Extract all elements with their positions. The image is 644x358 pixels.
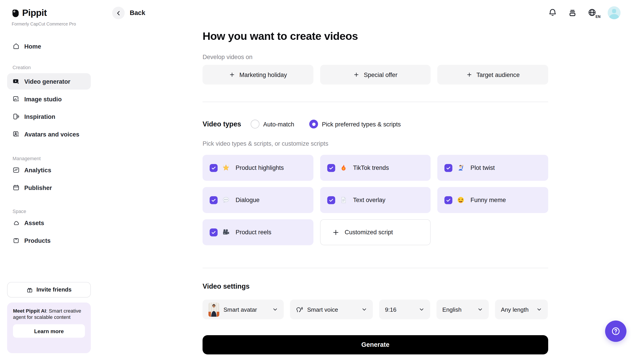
user-avatar[interactable]: [608, 6, 620, 19]
brand-tagline: Formerly CapCut Commerce Pro: [12, 21, 98, 26]
sidebar-item-home[interactable]: Home: [7, 38, 91, 54]
option-label: Special offer: [364, 72, 398, 78]
chevron-down-icon: [536, 307, 542, 312]
shopping-bag-icon: [12, 237, 20, 244]
brand-logo[interactable]: Pippit: [12, 8, 98, 18]
main-area: Back EN: [98, 0, 644, 358]
develop-videos-label: Develop videos on: [202, 54, 548, 60]
customized-script-label: Customized script: [344, 229, 393, 236]
gift-icon: [26, 286, 33, 293]
checkbox-checked[interactable]: [327, 164, 335, 172]
radio-pick-preferred[interactable]: Pick preferred types & scripts: [309, 120, 401, 128]
aspect-ratio-dropdown[interactable]: 9:16: [379, 300, 430, 319]
checkbox-checked[interactable]: [210, 196, 218, 204]
video-type-dialogue[interactable]: Dialogue: [202, 187, 313, 213]
radio-button[interactable]: [250, 120, 259, 128]
sidebar-item-label: Assets: [24, 220, 44, 226]
sidebar-item-publisher[interactable]: Publisher: [7, 180, 91, 196]
video-type-product-reels[interactable]: Product reels: [202, 219, 313, 245]
help-question-icon: [610, 326, 622, 337]
checkbox-checked[interactable]: [444, 196, 453, 204]
video-type-tiktok-trends[interactable]: TikTok trends: [320, 155, 431, 181]
bell-icon[interactable]: [548, 8, 558, 18]
generate-button[interactable]: Generate: [202, 335, 548, 354]
video-generator-icon: [12, 78, 20, 85]
sidebar-item-products[interactable]: Products: [7, 232, 91, 248]
sidebar-item-video-generator[interactable]: Video generator: [7, 73, 91, 90]
video-type-label: Product highlights: [236, 164, 284, 171]
chevron-down-icon: [272, 307, 278, 312]
laughing-face-emoji: [457, 196, 465, 204]
chevron-down-icon: [419, 307, 424, 312]
promo-text: Meet Pippit AI: Smart creative agent for…: [13, 308, 85, 320]
topbar-icons: EN: [548, 6, 620, 19]
page-document-emoji: [340, 196, 347, 204]
target-audience-button[interactable]: Target audience: [438, 65, 548, 84]
sidebar: Pippit Formerly CapCut Commerce Pro Home…: [0, 0, 98, 358]
cloud-icon: [12, 219, 20, 226]
sidebar-section-management: Management: [7, 156, 91, 161]
marketing-holiday-button[interactable]: Marketing holiday: [202, 65, 313, 84]
publisher-calendar-icon: [12, 184, 20, 191]
video-types-hint: Pick video types & scripts, or customize…: [202, 140, 548, 147]
speaking-head-icon: [296, 306, 303, 313]
smart-avatar-dropdown[interactable]: Smart avatar: [202, 300, 284, 319]
help-button[interactable]: [605, 320, 626, 342]
smart-voice-dropdown[interactable]: Smart voice: [290, 300, 373, 319]
sidebar-item-assets[interactable]: Assets: [7, 214, 91, 231]
sidebar-item-analytics[interactable]: Analytics: [7, 162, 91, 178]
back-button[interactable]: [112, 7, 125, 19]
sidebar-item-inspiration[interactable]: Inspiration: [7, 108, 91, 125]
length-dropdown[interactable]: Any length: [495, 300, 548, 319]
movie-camera-emoji: [222, 228, 230, 236]
video-type-text-overlay[interactable]: Text overlay: [320, 187, 431, 213]
sidebar-nav: Home Creation Video generator: [0, 38, 98, 248]
dropdown-value: English: [442, 306, 462, 313]
video-type-plot-twist[interactable]: Plot twist: [438, 155, 548, 181]
language-switcher[interactable]: EN: [588, 8, 597, 18]
video-type-product-highlights[interactable]: Product highlights: [202, 155, 313, 181]
option-label: Target audience: [476, 72, 520, 78]
special-offer-button[interactable]: Special offer: [320, 65, 431, 84]
video-type-funny-meme[interactable]: Funny meme: [438, 187, 548, 213]
develop-options: Marketing holiday Special offer Target a…: [202, 65, 548, 84]
radio-label: Auto-match: [263, 121, 294, 128]
sidebar-item-label: Analytics: [24, 167, 51, 174]
person-raising-hand-emoji: [457, 164, 465, 172]
chevron-left-icon: [115, 10, 122, 16]
sidebar-item-label: Home: [24, 43, 41, 50]
sidebar-item-image-studio[interactable]: Image studio: [7, 91, 91, 107]
radio-auto-match[interactable]: Auto-match: [250, 120, 294, 128]
video-type-label: Dialogue: [236, 197, 260, 204]
radio-button-selected[interactable]: [309, 120, 318, 128]
chevron-down-icon: [362, 307, 367, 312]
invite-friends-button[interactable]: Invite friends: [7, 282, 91, 297]
card-stack-icon[interactable]: [568, 8, 577, 17]
glowing-star-emoji: [222, 164, 230, 172]
fire-emoji: [340, 164, 347, 172]
language-label: EN: [595, 14, 600, 19]
sidebar-item-label: Inspiration: [24, 113, 55, 120]
sidebar-item-label: Avatars and voices: [24, 131, 79, 138]
avatar-thumbnail: [208, 302, 219, 316]
customized-script-button[interactable]: Customized script: [320, 219, 431, 245]
sidebar-item-avatars-voices[interactable]: Avatars and voices: [7, 126, 91, 142]
video-settings-row: Smart avatar: [202, 300, 548, 319]
checkbox-checked[interactable]: [327, 196, 335, 204]
video-types-row: Video types Auto-match Pick preferred ty…: [202, 120, 548, 128]
plus-icon: [353, 72, 360, 78]
sidebar-item-label: Video generator: [24, 78, 70, 85]
checkbox-checked[interactable]: [210, 228, 218, 236]
sidebar-section-creation: Creation: [7, 65, 91, 70]
speech-bubble-emoji: [222, 196, 230, 204]
checkbox-checked[interactable]: [444, 164, 453, 172]
language-dropdown[interactable]: English: [436, 300, 489, 319]
video-type-label: Funny meme: [470, 197, 506, 204]
divider: [202, 268, 548, 268]
checkbox-checked[interactable]: [210, 164, 218, 172]
video-type-label: Text overlay: [353, 197, 386, 204]
learn-more-button[interactable]: Learn more: [13, 324, 85, 338]
sidebar-item-label: Image studio: [24, 96, 62, 102]
analytics-icon: [12, 166, 20, 174]
plus-icon: [466, 72, 472, 78]
